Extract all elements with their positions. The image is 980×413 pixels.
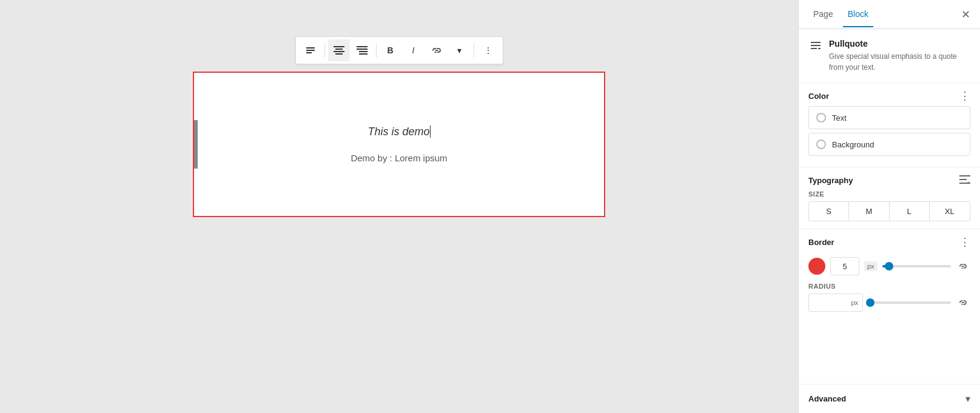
background-color-radio[interactable] [816, 139, 826, 149]
tab-page[interactable]: Page [808, 2, 838, 27]
color-section-header: Color ⋮ [799, 83, 980, 106]
border-width-input[interactable]: 5 [830, 257, 859, 275]
align-center-button[interactable] [328, 39, 350, 61]
svg-rect-14 [818, 48, 821, 49]
border-section-header: Border ⋮ [799, 229, 980, 252]
block-description: Give special visual emphasis to a quote … [829, 51, 970, 73]
svg-rect-7 [357, 46, 368, 47]
sidebar: Page Block ✕ Pullquote Give special visu… [798, 0, 980, 413]
border-slider-container [882, 265, 951, 267]
border-color-picker[interactable] [808, 258, 825, 275]
svg-rect-6 [335, 53, 343, 55]
radius-row: px [799, 294, 980, 319]
color-title: Color [808, 92, 829, 101]
advanced-section: Advanced ▾ [799, 384, 980, 413]
text-color-label: Text [832, 113, 847, 123]
divider-3 [474, 43, 474, 58]
svg-rect-1 [306, 50, 315, 51]
bold-button[interactable]: B [380, 39, 401, 61]
italic-button[interactable]: I [403, 39, 425, 61]
link-button[interactable] [426, 39, 448, 61]
advanced-chevron-icon: ▾ [965, 393, 970, 405]
svg-rect-5 [334, 51, 344, 52]
text-color-radio[interactable] [816, 113, 826, 123]
background-color-option[interactable]: Background [808, 133, 970, 156]
tab-block[interactable]: Block [843, 2, 873, 27]
border-unit-label: px [864, 261, 878, 271]
canvas-area: B I ▾ ⋮ This is demo Demo by : Lorem ips… [0, 0, 798, 413]
color-options: Text Background [799, 106, 980, 167]
size-xl-button[interactable]: XL [930, 202, 970, 221]
svg-point-18 [967, 182, 970, 184]
radius-unit-label: px [851, 299, 858, 306]
svg-rect-2 [306, 52, 312, 53]
divider-2 [376, 43, 377, 58]
pullquote-quote-text[interactable]: This is demo [218, 126, 580, 138]
pullquote-block[interactable]: This is demo Demo by : Lorem ipsum [193, 72, 605, 217]
pullquote-style-button[interactable] [300, 39, 321, 61]
svg-rect-9 [359, 51, 368, 52]
color-more-button[interactable]: ⋮ [959, 90, 970, 101]
typography-title: Typography [808, 176, 853, 185]
background-color-label: Background [832, 140, 874, 149]
border-more-button[interactable]: ⋮ [959, 237, 970, 247]
typography-section: Typography SIZE S M L XL [799, 167, 980, 229]
border-title: Border [808, 238, 834, 247]
typography-section-header: Typography [799, 167, 980, 190]
border-section: Border ⋮ 5 px RADIUS px [799, 229, 980, 319]
radius-link-icon[interactable] [956, 295, 970, 310]
svg-rect-11 [811, 42, 821, 43]
block-title: Pullquote [829, 39, 970, 49]
advanced-title: Advanced [808, 394, 846, 403]
text-color-option[interactable]: Text [808, 106, 970, 129]
pullquote-citation-text[interactable]: Demo by : Lorem ipsum [218, 153, 580, 163]
pullquote-accent [194, 120, 198, 169]
dropdown-button[interactable]: ▾ [449, 39, 471, 61]
size-s-button[interactable]: S [809, 202, 849, 221]
svg-rect-10 [359, 53, 368, 55]
radius-slider-container [868, 301, 951, 304]
close-button[interactable]: ✕ [961, 9, 970, 20]
formatting-toolbar: B I ▾ ⋮ [295, 36, 503, 64]
border-slider-thumb[interactable] [885, 262, 893, 270]
border-row: 5 px [799, 252, 980, 280]
radius-slider-track[interactable] [868, 301, 951, 304]
radius-input-wrapper: px [808, 294, 863, 312]
size-buttons: S M L XL [808, 201, 970, 221]
more-options-button[interactable]: ⋮ [477, 39, 499, 61]
radius-label: RADIUS [799, 280, 980, 294]
svg-rect-0 [306, 47, 315, 49]
size-l-button[interactable]: L [890, 202, 930, 221]
size-m-button[interactable]: M [849, 202, 889, 221]
size-label: SIZE [799, 190, 980, 201]
border-link-icon[interactable] [956, 259, 970, 274]
svg-rect-4 [335, 49, 343, 50]
svg-rect-3 [334, 46, 344, 47]
advanced-header[interactable]: Advanced ▾ [799, 384, 980, 413]
divider-1 [324, 43, 325, 58]
block-info: Pullquote Give special visual emphasis t… [799, 29, 980, 83]
typography-more-button[interactable] [959, 175, 970, 186]
svg-rect-16 [959, 179, 967, 180]
svg-rect-15 [959, 175, 970, 176]
pullquote-icon [808, 39, 823, 53]
svg-rect-12 [811, 45, 821, 46]
svg-rect-13 [811, 48, 817, 49]
border-slider-track[interactable] [882, 265, 951, 267]
align-right-button[interactable] [351, 39, 373, 61]
radius-slider-thumb[interactable] [866, 298, 874, 307]
svg-rect-8 [357, 49, 368, 50]
tab-bar: Page Block ✕ [799, 0, 980, 29]
